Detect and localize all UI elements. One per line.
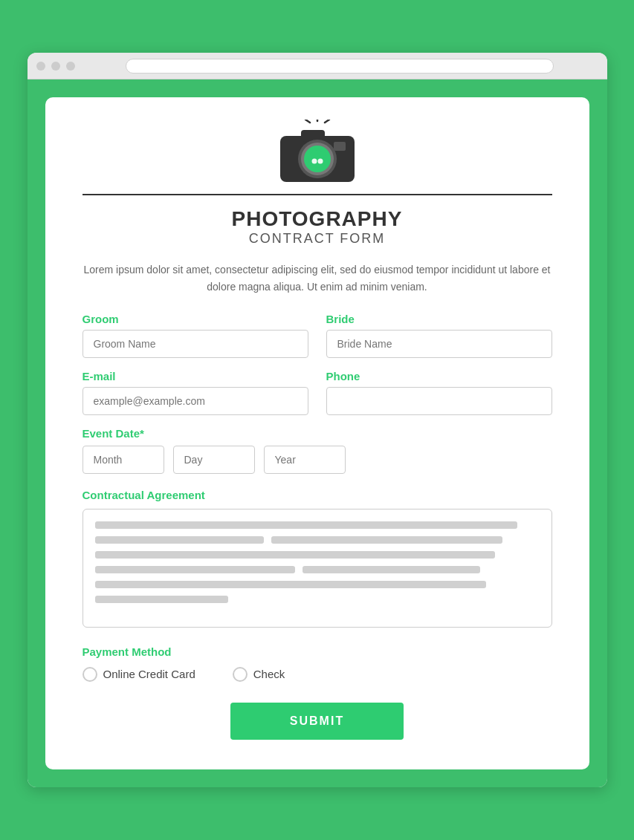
svg-line-2 <box>325 120 329 123</box>
year-input[interactable] <box>264 446 346 474</box>
event-date-section: Event Date* <box>83 427 552 474</box>
event-date-label: Event Date* <box>83 427 552 440</box>
bride-input[interactable] <box>326 330 552 358</box>
text-line-2a <box>95 536 264 544</box>
header-divider <box>83 194 552 195</box>
contractual-label: Contractual Agreement <box>83 489 552 501</box>
contractual-section: Contractual Agreement <box>83 489 552 628</box>
phone-input[interactable] <box>326 387 552 415</box>
title-contract: CONTRACT FORM <box>83 231 552 247</box>
text-line-6 <box>95 596 228 603</box>
payment-option-credit-card[interactable]: Online Credit Card <box>83 667 195 682</box>
phone-group: Phone <box>326 370 552 415</box>
form-container: PHOTOGRAPHY CONTRACT FORM Lorem ipsum do… <box>28 79 607 787</box>
camera-icon <box>83 120 552 186</box>
month-input[interactable] <box>83 446 164 474</box>
radio-credit-card[interactable] <box>83 667 97 682</box>
day-input[interactable] <box>173 446 255 474</box>
text-line-4a <box>95 566 295 573</box>
svg-point-9 <box>311 159 317 164</box>
email-label: E-mail <box>83 370 308 382</box>
text-line-row-2 <box>95 566 540 573</box>
text-line-1 <box>95 521 517 529</box>
payment-section: Payment Method Online Credit Card Check <box>83 645 552 682</box>
phone-label: Phone <box>326 370 552 382</box>
browser-dot-2 <box>51 62 60 71</box>
radio-check[interactable] <box>233 667 248 682</box>
browser-dot-3 <box>66 62 75 71</box>
submit-row: SUBMIT <box>83 703 552 740</box>
form-description: Lorem ipsum dolor sit amet, consectetur … <box>83 261 552 295</box>
email-group: E-mail <box>83 370 308 415</box>
credit-card-label: Online Credit Card <box>103 668 195 680</box>
date-row <box>83 446 552 474</box>
browser-titlebar <box>28 53 607 79</box>
check-label: Check <box>253 668 285 680</box>
text-line-5 <box>95 581 486 588</box>
svg-rect-11 <box>334 142 346 151</box>
browser-window: PHOTOGRAPHY CONTRACT FORM Lorem ipsum do… <box>28 53 607 787</box>
contractual-textarea[interactable] <box>83 509 552 628</box>
svg-point-8 <box>308 150 326 168</box>
browser-dot-1 <box>36 62 45 71</box>
text-line-4b <box>303 566 480 573</box>
browser-addressbar <box>126 59 554 74</box>
svg-point-10 <box>317 159 323 164</box>
groom-input[interactable] <box>83 330 308 358</box>
payment-label: Payment Method <box>83 645 552 658</box>
payment-options: Online Credit Card Check <box>83 667 552 682</box>
text-lines <box>95 521 540 603</box>
groom-label: Groom <box>83 313 308 325</box>
bride-group: Bride <box>326 313 552 358</box>
bride-label: Bride <box>326 313 552 325</box>
submit-button[interactable]: SUBMIT <box>230 703 404 740</box>
groom-group: Groom <box>83 313 308 358</box>
text-line-2b <box>271 536 502 544</box>
text-line-3 <box>95 551 495 559</box>
form-title: PHOTOGRAPHY CONTRACT FORM <box>83 207 552 247</box>
title-photography: PHOTOGRAPHY <box>83 207 552 231</box>
form-card: PHOTOGRAPHY CONTRACT FORM Lorem ipsum do… <box>45 97 589 769</box>
email-phone-row: E-mail Phone <box>83 370 552 415</box>
email-input[interactable] <box>83 387 308 415</box>
svg-line-0 <box>305 120 310 123</box>
payment-option-check[interactable]: Check <box>233 667 285 682</box>
text-line-row-1 <box>95 536 540 544</box>
groom-bride-row: Groom Bride <box>83 313 552 358</box>
